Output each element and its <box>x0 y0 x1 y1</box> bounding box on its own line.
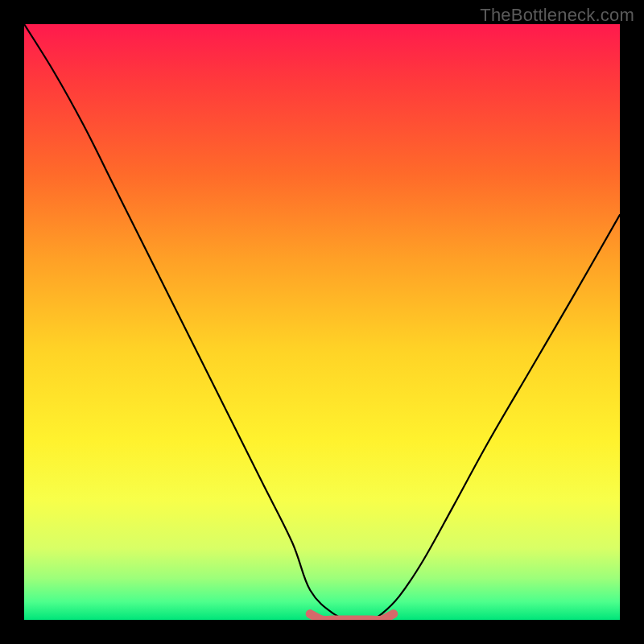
bottleneck-chart-svg <box>24 24 620 620</box>
chart-frame: TheBottleneck.com <box>0 0 644 644</box>
watermark-text: TheBottleneck.com <box>480 5 634 26</box>
plot-area <box>24 24 620 620</box>
bottleneck-curve-line <box>24 24 620 620</box>
